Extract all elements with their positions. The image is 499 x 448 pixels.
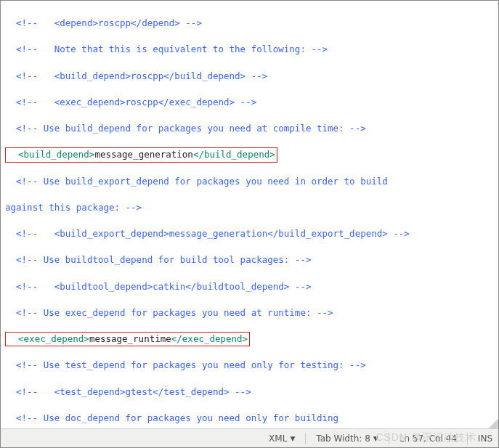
xml-text: message_generation bbox=[94, 149, 192, 160]
cursor-position[interactable]: Ln 57, Col 44 bbox=[399, 433, 457, 444]
code-line: <!-- <test_depend>gtest</test_depend> --… bbox=[5, 386, 494, 399]
xml-open-tag: <build_depend> bbox=[7, 149, 94, 160]
code-editor[interactable]: <!-- <depend>roscpp</depend> --> <!-- No… bbox=[1, 1, 498, 448]
code-line: <!-- Use doc_depend for packages you nee… bbox=[5, 412, 494, 425]
chevron-down-icon: ▼ bbox=[290, 435, 295, 442]
code-line: <!-- Use buildtool_depend for build tool… bbox=[5, 253, 494, 266]
code-line: <!-- Use build_export_depend for package… bbox=[5, 175, 494, 188]
code-line: against this package: --> bbox=[5, 201, 494, 214]
code-line: <!-- Note that this is equivalent to the… bbox=[5, 43, 494, 56]
code-line: <!-- <buildtool_depend>catkin</buildtool… bbox=[5, 280, 494, 293]
code-line: <!-- <build_export_depend>message_genera… bbox=[5, 227, 494, 240]
code-line: <!-- <exec_depend>roscpp</exec_depend> -… bbox=[5, 96, 494, 109]
code-line: <!-- Use build_depend for packages you n… bbox=[5, 122, 494, 135]
language-label: XML bbox=[269, 433, 287, 444]
separator bbox=[467, 433, 468, 444]
language-selector[interactable]: XML ▼ bbox=[269, 433, 295, 444]
xml-close-tag: </build_depend> bbox=[193, 149, 275, 160]
code-line: <!-- <depend>roscpp</depend> --> bbox=[5, 17, 494, 30]
code-line-highlighted: <build_depend>message_generation</build_… bbox=[5, 148, 494, 161]
xml-close-tag: </exec_depend> bbox=[171, 333, 248, 344]
code-line-highlighted: <exec_depend>message_runtime</exec_depen… bbox=[5, 333, 494, 346]
separator bbox=[305, 433, 306, 444]
chevron-down-icon: ▼ bbox=[373, 435, 378, 442]
status-bar: XML ▼ Tab Width: 8 ▼ Ln 57, Col 44 INS bbox=[1, 428, 498, 447]
tab-width-label: Tab Width: 8 bbox=[316, 433, 370, 444]
code-line: <!-- Use test_depend for packages you ne… bbox=[5, 359, 494, 372]
insert-mode[interactable]: INS bbox=[478, 433, 492, 444]
xml-open-tag: <exec_depend> bbox=[7, 333, 89, 344]
tab-width-selector[interactable]: Tab Width: 8 ▼ bbox=[316, 433, 378, 444]
code-line: <!-- Use exec_depend for packages you ne… bbox=[5, 306, 494, 319]
xml-text: message_runtime bbox=[89, 333, 171, 344]
code-line: <!-- <build_depend>roscpp</build_depend>… bbox=[5, 70, 494, 83]
resize-grip-icon[interactable] bbox=[488, 418, 498, 428]
separator bbox=[389, 433, 389, 444]
